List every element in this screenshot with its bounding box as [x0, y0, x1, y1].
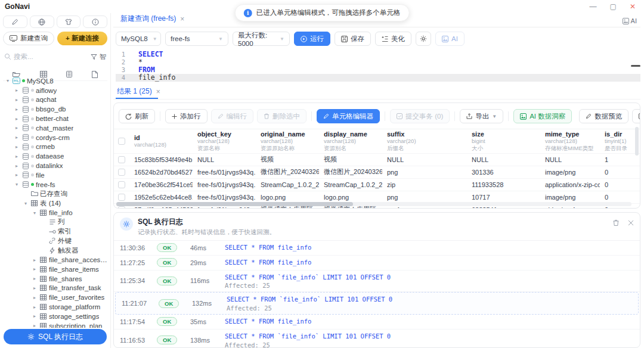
- database-select[interactable]: free-fs ▼: [165, 32, 228, 46]
- tree-item-storage-platform[interactable]: ▸ storage_platform: [2, 302, 110, 312]
- new-connection-button[interactable]: + 新建连接: [57, 32, 107, 45]
- editor-line-3[interactable]: 3 FROM: [116, 66, 640, 74]
- sort-icon[interactable]: [467, 132, 467, 136]
- chevron-right-icon[interactable]: ▸: [32, 257, 38, 263]
- tree-item-file-share-items[interactable]: ▸ file_share_items: [2, 265, 110, 274]
- table-cell[interactable]: 1: [600, 154, 640, 166]
- log-entry[interactable]: 11:16:53 OK 138ms SELECT * FROM `file_in…: [114, 330, 640, 347]
- tree-item-列[interactable]: 列: [2, 218, 110, 227]
- table-cell[interactable]: 微信图片_20240326...: [319, 166, 382, 178]
- chevron-right-icon[interactable]: ▸: [14, 97, 20, 102]
- tree-item-file-shares[interactable]: ▸ file_shares: [2, 274, 110, 284]
- search-input[interactable]: [14, 53, 88, 60]
- tree-item-file-share-access-record[interactable]: ▸ file_share_access_record: [2, 255, 110, 265]
- table-cell[interactable]: png: [382, 191, 467, 203]
- chevron-right-icon[interactable]: ▸: [14, 88, 20, 93]
- column-header-display_name[interactable]: display_namevarchar(128)资源别名: [319, 129, 382, 153]
- tree-item-datalinkx[interactable]: ▸ datalinkx: [2, 161, 110, 170]
- chevron-right-icon[interactable]: ▸: [14, 172, 20, 178]
- chevron-right-icon[interactable]: ▸: [14, 125, 20, 130]
- editor-line-4[interactable]: 4 file_info: [116, 74, 640, 82]
- chevron-right-icon[interactable]: ▸: [32, 313, 38, 319]
- table-cell[interactable]: free-fs/01jrvgs943q...: [193, 166, 256, 178]
- tree-item-表-14-[interactable]: ▾ 表 (14): [2, 198, 110, 208]
- table-cell[interactable]: png: [382, 166, 467, 178]
- tree-item-mysql8[interactable]: ▾ MySQL8: [2, 76, 110, 86]
- new-query-button[interactable]: 新建查询: [3, 32, 54, 45]
- table-cell[interactable]: 0: [600, 179, 640, 191]
- tree-item-已存查询[interactable]: 已存查询: [2, 189, 110, 199]
- chevron-right-icon[interactable]: ▸: [32, 323, 38, 328]
- tree-item-file[interactable]: ▸ file: [2, 170, 110, 180]
- table-cell[interactable]: free-fs/01jrvgs943q...: [193, 191, 256, 203]
- beautify-button[interactable]: 美化: [375, 32, 411, 46]
- query-tab[interactable]: 新建查询 (free-fs) ×: [116, 12, 190, 27]
- ai-panel-button[interactable]: AI: [623, 17, 640, 27]
- table-row[interactable]: 17e0be36c2f541ce9...free-fs/01jrvgs943q.…: [114, 179, 640, 191]
- column-header-is_dir[interactable]: is_dirtinyint(1)是否目录: [600, 129, 640, 153]
- tree-item-file-transfer-task[interactable]: ▸ file_transfer_task: [2, 284, 110, 293]
- table-cell[interactable]: 111933528: [467, 179, 540, 191]
- tree-item-subscription-plan[interactable]: ▸ subscription_plan: [2, 321, 110, 328]
- chevron-right-icon[interactable]: ▸: [14, 163, 20, 169]
- scrollbar-thumb[interactable]: [116, 202, 353, 206]
- log-entry[interactable]: 11:21:07 OK 132ms SELECT * FROM `file_in…: [115, 292, 639, 315]
- refresh-button[interactable]: 刷新: [119, 109, 155, 123]
- theme-button[interactable]: [57, 15, 81, 28]
- row-checkbox[interactable]: [118, 194, 125, 201]
- table-cell[interactable]: 视频: [256, 154, 319, 166]
- settings-button[interactable]: [416, 32, 431, 46]
- log-entry[interactable]: 11:17:54 OK 35ms SELECT * FROM file_info: [114, 315, 640, 330]
- table-cell[interactable]: 0: [600, 191, 640, 203]
- log-entry[interactable]: 11:25:34 OK 116ms SELECT * FROM `file_in…: [114, 271, 640, 293]
- ai-insight-button[interactable]: AI 数据洞察: [513, 109, 572, 123]
- chevron-right-icon[interactable]: ▸: [32, 276, 38, 281]
- tree-item-索引[interactable]: 索引: [2, 227, 110, 237]
- chevron-right-icon[interactable]: ▸: [14, 154, 20, 159]
- tree-item-better-chat[interactable]: ▸ better-chat: [2, 114, 110, 123]
- table-cell[interactable]: zip: [382, 179, 467, 191]
- pen-button[interactable]: [3, 15, 27, 28]
- table-cell[interactable]: image/png: [540, 191, 600, 203]
- tree-item-crmeb[interactable]: ▸ crmeb: [2, 142, 110, 152]
- smart-filter-toggle[interactable]: 智: [100, 52, 107, 61]
- chevron-right-icon[interactable]: ▸: [14, 116, 20, 122]
- table-cell[interactable]: 视频: [319, 154, 382, 166]
- table-cell[interactable]: image/png: [540, 166, 600, 178]
- sort-icon[interactable]: [256, 132, 256, 136]
- about-button[interactable]: [83, 15, 107, 28]
- chevron-right-icon[interactable]: ▸: [32, 266, 38, 272]
- export-button[interactable]: 导出▼: [460, 109, 503, 123]
- row-checkbox[interactable]: [118, 206, 125, 208]
- minimize-icon[interactable]: —: [590, 3, 597, 10]
- editor-scrollbar[interactable]: [631, 65, 640, 67]
- table-cell[interactable]: StreamCap_1.0.2_2_...: [256, 179, 319, 191]
- close-icon[interactable]: ✕: [630, 3, 636, 10]
- table-cell[interactable]: logo.png: [319, 191, 382, 203]
- chevron-right-icon[interactable]: ▸: [14, 135, 20, 140]
- tab-close-icon[interactable]: ×: [180, 15, 184, 23]
- table-cell[interactable]: NULL: [382, 154, 467, 166]
- data-preview-button[interactable]: 数据预览: [579, 109, 628, 123]
- save-button[interactable]: 保存: [335, 32, 371, 46]
- table-cell[interactable]: logo.png: [256, 191, 319, 203]
- log-entry[interactable]: 11:30:36 OK 46ms SELECT * FROM file_info: [114, 241, 640, 256]
- table-cell[interactable]: 15c83b5f534f49e4b...: [129, 154, 193, 166]
- column-header-object_key[interactable]: object_keyvarchar(128)资源名称: [193, 129, 256, 153]
- tree-item-bbsgo-db[interactable]: ▸ bbsgo_db: [2, 104, 110, 114]
- chevron-down-icon[interactable]: ▾: [32, 210, 38, 216]
- delete-selected-button[interactable]: 删除选中: [257, 109, 306, 123]
- table-cell[interactable]: 16524b2d70bd4527...: [129, 166, 193, 178]
- clear-log-icon[interactable]: [612, 219, 620, 226]
- column-header-id[interactable]: idvarchar(128): [129, 129, 193, 153]
- max-rows-select[interactable]: 最大行数: 5000 ▼: [233, 32, 290, 46]
- tree-item-free-fs[interactable]: ▾ free-fs: [2, 180, 110, 189]
- chevron-right-icon[interactable]: ▸: [14, 107, 20, 112]
- chevron-right-icon[interactable]: ▸: [14, 144, 20, 150]
- sort-icon[interactable]: [600, 132, 600, 136]
- table-cell[interactable]: NULL: [193, 154, 256, 166]
- sort-icon[interactable]: [193, 132, 193, 136]
- column-header-mime_type[interactable]: mime_typevarchar(128)存储标准MIME类型: [540, 129, 600, 153]
- commit-button[interactable]: 提交事务 (0): [390, 109, 450, 123]
- tree-item-触发器[interactable]: 触发器: [2, 246, 110, 255]
